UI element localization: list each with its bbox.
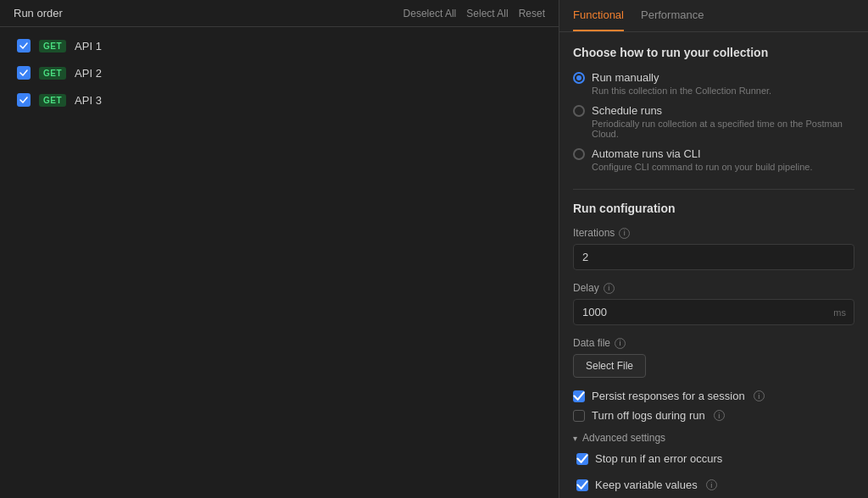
api-list: GETAPI 1GETAPI 2GETAPI 3 bbox=[0, 27, 559, 119]
turnoff-info-icon[interactable]: i bbox=[714, 410, 725, 421]
delay-input-wrapper: ms bbox=[573, 299, 854, 325]
api-checkbox-3[interactable] bbox=[17, 93, 31, 107]
radio-group: Run manuallyRun this collection in the C… bbox=[573, 71, 854, 172]
delay-info-icon[interactable]: i bbox=[604, 283, 615, 294]
persist-row: Persist responses for a session i bbox=[573, 390, 854, 402]
delay-input[interactable] bbox=[573, 299, 854, 325]
advanced-settings: ▾ Advanced settings Stop run if an error… bbox=[573, 432, 854, 498]
keep-var-label: Keep variable values bbox=[595, 479, 698, 491]
api-item-3: GETAPI 3 bbox=[14, 88, 545, 112]
turnoff-label: Turn off logs during run bbox=[592, 409, 705, 422]
radio-manually[interactable] bbox=[573, 72, 585, 84]
data-file-info-icon[interactable]: i bbox=[615, 338, 626, 349]
run-order-title: Run order bbox=[14, 7, 63, 19]
radio-desc-cli: Configure CLI command to run on your bui… bbox=[592, 162, 854, 172]
persist-label: Persist responses for a session bbox=[592, 390, 745, 402]
turnoff-checkbox[interactable] bbox=[573, 410, 585, 422]
reset-btn[interactable]: Reset bbox=[519, 8, 545, 19]
stop-error-row: Stop run if an error occurs bbox=[576, 452, 854, 465]
keep-var-checkbox[interactable] bbox=[576, 479, 588, 491]
api-name-2: API 2 bbox=[75, 67, 102, 80]
stop-error-checkbox[interactable] bbox=[576, 453, 588, 465]
radio-item-schedule: Schedule runsPeriodically run collection… bbox=[573, 104, 854, 139]
deselect-all-btn[interactable]: Deselect All bbox=[403, 8, 457, 19]
left-header: Run order Deselect All Select All Reset bbox=[0, 0, 559, 27]
radio-desc-manually: Run this collection in the Collection Ru… bbox=[592, 86, 854, 96]
select-file-btn[interactable]: Select File bbox=[573, 354, 646, 378]
radio-label-manually: Run manually bbox=[592, 71, 659, 84]
keep-var-info-icon[interactable]: i bbox=[706, 479, 717, 490]
radio-label-schedule: Schedule runs bbox=[592, 104, 662, 117]
api-name-3: API 3 bbox=[75, 94, 102, 107]
left-panel: Run order Deselect All Select All Reset … bbox=[0, 0, 559, 498]
method-badge-2: GET bbox=[39, 67, 66, 80]
data-file-label: Data file i bbox=[573, 337, 854, 349]
persist-checkbox[interactable] bbox=[573, 390, 585, 402]
right-panel: Functional Performance Choose how to run… bbox=[559, 0, 868, 498]
advanced-toggle[interactable]: ▾ Advanced settings bbox=[573, 432, 854, 444]
stop-error-label: Stop run if an error occurs bbox=[595, 452, 722, 465]
radio-item-manually: Run manuallyRun this collection in the C… bbox=[573, 71, 854, 96]
advanced-content: Stop run if an error occurs Keep variabl… bbox=[573, 452, 854, 498]
delay-group: Delay i ms bbox=[573, 282, 854, 325]
turnoff-row: Turn off logs during run i bbox=[573, 409, 854, 422]
iterations-group: Iterations i bbox=[573, 227, 854, 270]
iterations-info-icon[interactable]: i bbox=[619, 228, 630, 239]
run-config-title: Run configuration bbox=[573, 202, 854, 215]
tab-performance[interactable]: Performance bbox=[641, 0, 704, 31]
radio-schedule[interactable] bbox=[573, 105, 585, 117]
api-checkbox-2[interactable] bbox=[17, 66, 31, 80]
select-all-btn[interactable]: Select All bbox=[466, 8, 508, 19]
radio-desc-schedule: Periodically run collection at a specifi… bbox=[592, 119, 854, 139]
radio-cli[interactable] bbox=[573, 148, 585, 160]
header-actions: Deselect All Select All Reset bbox=[403, 8, 545, 19]
tabs-bar: Functional Performance bbox=[559, 0, 868, 32]
method-badge-3: GET bbox=[39, 94, 66, 107]
api-name-1: API 1 bbox=[75, 40, 102, 53]
chevron-down-icon: ▾ bbox=[573, 434, 577, 443]
api-checkbox-1[interactable] bbox=[17, 39, 31, 53]
persist-info-icon[interactable]: i bbox=[754, 390, 765, 401]
keep-var-row: Keep variable values i bbox=[576, 479, 854, 491]
radio-label-cli: Automate runs via CLI bbox=[592, 147, 701, 160]
radio-item-cli: Automate runs via CLIConfigure CLI comma… bbox=[573, 147, 854, 172]
api-item-2: GETAPI 2 bbox=[14, 61, 545, 85]
choose-title: Choose how to run your collection bbox=[573, 46, 854, 59]
iterations-input[interactable] bbox=[573, 244, 854, 270]
divider bbox=[573, 189, 854, 190]
api-item-1: GETAPI 1 bbox=[14, 34, 545, 58]
method-badge-1: GET bbox=[39, 40, 66, 53]
delay-suffix: ms bbox=[833, 307, 846, 318]
iterations-label: Iterations i bbox=[573, 227, 854, 239]
delay-label: Delay i bbox=[573, 282, 854, 294]
data-file-group: Data file i Select File bbox=[573, 337, 854, 378]
panel-content: Choose how to run your collection Run ma… bbox=[559, 32, 868, 498]
tab-functional[interactable]: Functional bbox=[573, 0, 624, 31]
